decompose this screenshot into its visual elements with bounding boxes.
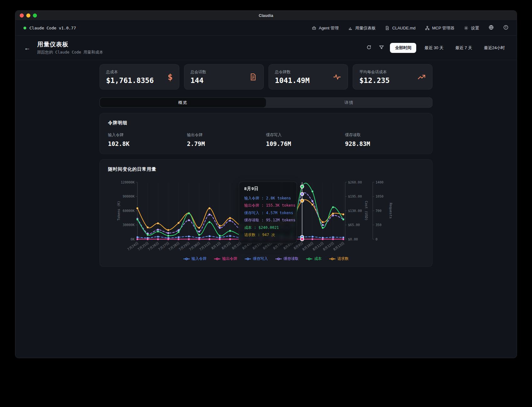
svg-text:0K: 0K (130, 237, 135, 241)
app-window: Claudia Claude Code v1.0.77 Agent 管理 (15, 10, 517, 358)
legend-item-2[interactable]: 缓存写入 (245, 256, 268, 261)
svg-text:60000K: 60000K (123, 209, 135, 213)
view-tabs: 概览 详情 (100, 97, 432, 108)
filter-button[interactable] (377, 43, 386, 53)
stat-label: 总令牌数 (275, 70, 310, 75)
svg-text:1050: 1050 (376, 194, 383, 198)
app-identity: Claude Code v1.0.77 (23, 26, 76, 30)
svg-text:8月10日: 8月10日 (302, 241, 314, 251)
chart-tooltip: 8月9日输入令牌 : 2.8K tokens输出令牌 : 155.3K toke… (239, 182, 297, 243)
tab-details[interactable]: 详情 (266, 98, 432, 107)
token-breakdown-panel: 令牌明细 输入令牌 102.8K 输出令牌 2.79M 缓存写入 109.76M (100, 113, 432, 154)
stat-value: 1041.49M (275, 76, 310, 85)
legend-item-5[interactable]: 请求数 (329, 256, 349, 261)
status-dot (23, 27, 26, 29)
document-icon (249, 73, 257, 81)
info-button[interactable] (503, 25, 509, 31)
nav-item-mcp-manager[interactable]: MCP 管理器 (425, 25, 454, 31)
app-version-label: Claude Code v1.0.77 (29, 26, 76, 30)
title-bar: Claudia (15, 11, 517, 21)
language-globe-button[interactable] (489, 25, 494, 31)
svg-text:7月29日: 7月29日 (178, 241, 191, 251)
tab-overview[interactable]: 概览 (100, 98, 266, 107)
svg-text:7月31日: 7月31日 (199, 241, 211, 251)
tooltip-row: 请求数 : 947 次 (244, 231, 292, 239)
stat-label: 平均每会话成本 (359, 70, 390, 75)
filter-all-time[interactable]: 全部时间 (390, 43, 416, 53)
stat-label: 总成本 (106, 70, 154, 75)
tooltip-row: 成本 : $240.0021 (244, 224, 292, 231)
chart-legend: 输入令牌输出令牌缓存写入缓存读取成本请求数 (108, 256, 424, 261)
nav-item-agents[interactable]: Agent 管理 (312, 25, 339, 31)
svg-text:700: 700 (376, 209, 381, 213)
filter-icon (379, 45, 384, 51)
refresh-icon (366, 45, 371, 51)
stat-card-total-sessions: 总会话数 144 (184, 64, 264, 90)
svg-text:1400: 1400 (376, 180, 383, 184)
filter-last-30-days[interactable]: 最近 30 天 (421, 43, 447, 53)
minimize-window-button[interactable] (26, 13, 30, 18)
top-nav: Claude Code v1.0.77 Agent 管理 用量仪表板 (15, 21, 517, 36)
svg-text:120000K: 120000K (121, 180, 135, 184)
legend-item-4[interactable]: 成本 (306, 256, 322, 261)
tooltip-row: 输出令牌 : 155.3K tokens (244, 202, 292, 209)
svg-text:8月12日: 8月12日 (322, 241, 335, 251)
window-title: Claudia (259, 13, 274, 18)
desktop: Claudia Claude Code v1.0.77 Agent 管理 (0, 0, 532, 407)
info-icon (503, 25, 509, 31)
legend-item-3[interactable]: 缓存读取 (275, 256, 299, 261)
token-stat-cache-write: 缓存写入 109.76M (266, 132, 345, 147)
legend-marker-icon (306, 257, 312, 260)
legend-item-0[interactable]: 输入令牌 (183, 256, 207, 261)
traffic-lights (20, 11, 37, 20)
refresh-button[interactable] (365, 43, 373, 53)
svg-text:$260.00: $260.00 (348, 180, 362, 184)
nav-item-settings[interactable]: 设置 (464, 25, 479, 31)
network-icon (425, 26, 430, 30)
file-icon (385, 26, 390, 30)
zoom-window-button[interactable] (33, 13, 37, 18)
svg-text:350: 350 (376, 223, 381, 227)
filter-last-7-days[interactable]: 最近 7 天 (452, 43, 476, 53)
svg-text:7月28日: 7月28日 (168, 241, 180, 251)
svg-text:Tokens (K): Tokens (K) (117, 201, 120, 220)
globe-icon (489, 25, 494, 31)
svg-text:$130.00: $130.00 (348, 209, 362, 213)
legend-item-1[interactable]: 输出令牌 (214, 256, 237, 261)
page-subtitle: 跟踪您的 Claude Code 用量和成本 (37, 50, 103, 55)
legend-marker-icon (275, 257, 282, 260)
filter-last-24-hours[interactable]: 最近24小时 (480, 43, 509, 53)
stat-card-total-tokens: 总令牌数 1041.49M (269, 64, 348, 90)
token-stat-output: 输出令牌 2.79M (187, 132, 266, 147)
legend-marker-icon (214, 257, 220, 260)
svg-text:30000K: 30000K (123, 223, 135, 227)
activity-icon (333, 73, 341, 81)
stat-card-total-cost: 总成本 $1,761.8356 $ (100, 64, 179, 90)
nav-item-claude-md[interactable]: CLAUDE.md (385, 26, 415, 30)
close-window-button[interactable] (20, 13, 24, 18)
legend-marker-icon (329, 257, 335, 260)
svg-text:8月2日: 8月2日 (221, 241, 232, 250)
svg-text:7月27日: 7月27日 (157, 241, 170, 251)
stat-cards: 总成本 $1,761.8356 $ 总会话数 144 (100, 64, 432, 90)
chart-title: 随时间变化的日常用量 (108, 166, 424, 172)
stat-value: $1,761.8356 (106, 76, 154, 85)
legend-marker-icon (183, 257, 190, 260)
trend-up-icon (417, 73, 426, 81)
svg-text:$65.00: $65.00 (348, 223, 360, 227)
svg-text:Requests: Requests (389, 203, 393, 219)
stat-value: $12.235 (359, 76, 390, 85)
svg-text:7月24日: 7月24日 (127, 241, 139, 251)
svg-text:0: 0 (376, 237, 377, 241)
bar-chart-icon (348, 26, 353, 30)
nav-item-usage-dashboard[interactable]: 用量仪表板 (348, 25, 376, 31)
gear-icon (464, 26, 468, 30)
back-button[interactable]: ← (23, 44, 31, 52)
stat-value: 144 (191, 76, 206, 85)
daily-usage-chart[interactable]: 0K30000K60000K90000K120000KTokens (K)$0.… (108, 177, 424, 255)
dollar-icon: $ (167, 72, 172, 82)
svg-text:90000K: 90000K (123, 194, 135, 198)
bot-icon (312, 26, 316, 30)
tooltip-row: 缓存读取 : 95.12M tokens (244, 217, 292, 224)
stat-label: 总会话数 (191, 70, 206, 75)
